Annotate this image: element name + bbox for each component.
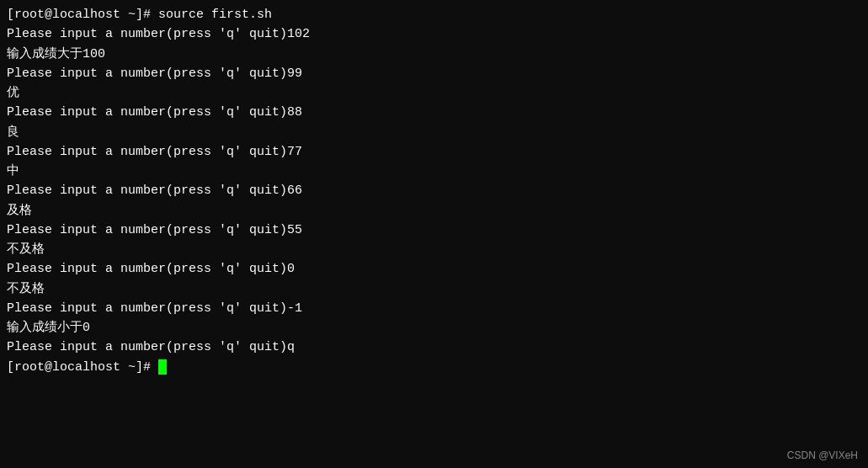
terminal-line: Please input a number(press 'q' quit)102 [7,24,861,44]
terminal-line: 中 [7,162,861,181]
terminal-line: 输入成绩大于100 [7,45,861,64]
terminal-line: Please input a number(press 'q' quit)q [7,338,861,357]
terminal-line: 输入成绩小于0 [7,318,861,338]
watermark: CSDN @VIXeH [787,449,858,461]
terminal-line: Please input a number(press 'q' quit)99 [7,64,861,83]
terminal-line: Please input a number(press 'q' quit)0 [7,259,861,279]
terminal-window: [root@localhost ~]# source first.sh Plea… [0,0,868,468]
terminal-cursor [158,359,167,375]
prompt-text: [root@localhost ~]# [7,360,158,375]
terminal-line: Please input a number(press 'q' quit)66 [7,181,861,200]
terminal-line: 优 [7,83,861,103]
terminal-line: Please input a number(press 'q' quit)-1 [7,299,861,318]
terminal-line: 及格 [7,201,861,221]
terminal-line: 不及格 [7,279,861,299]
terminal-line: 不及格 [7,240,861,259]
terminal-line: [root@localhost ~]# source first.sh [7,5,861,24]
terminal-line: Please input a number(press 'q' quit)77 [7,142,861,162]
terminal-line: 良 [7,123,861,142]
terminal-line: Please input a number(press 'q' quit)55 [7,221,861,240]
terminal-prompt-line[interactable]: [root@localhost ~]# [7,358,861,377]
terminal-line: Please input a number(press 'q' quit)88 [7,103,861,122]
